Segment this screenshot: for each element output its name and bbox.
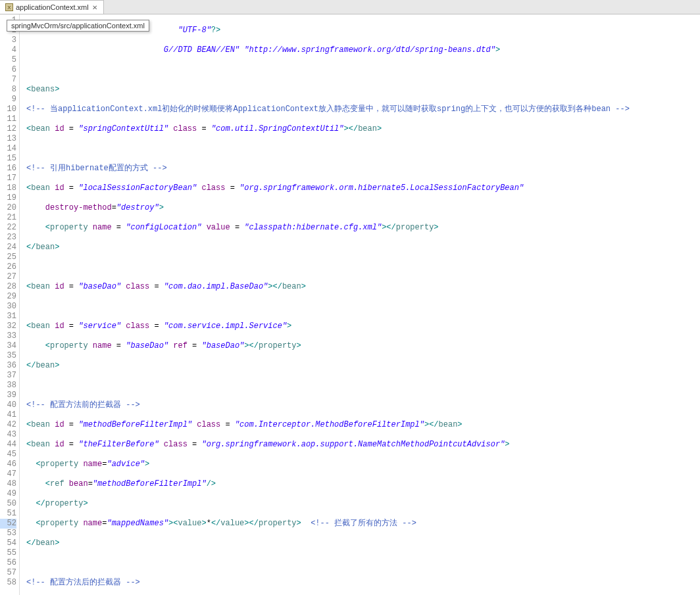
editor-tab-applicationcontext[interactable]: X applicationContext.xml ✕ [0,0,104,14]
code-editor[interactable]: 1 2 3 4 5 6 7 8 9 10 11 12 13 14 15 16 1… [0,14,700,595]
tab-label: applicationContext.xml [16,3,89,11]
code-area[interactable]: "UTF-8"?> G//DTD BEAN//EN" "http://www.s… [20,14,700,595]
xml-file-icon: X [5,3,13,11]
close-icon[interactable]: ✕ [91,4,98,11]
line-gutter: 1 2 3 4 5 6 7 8 9 10 11 12 13 14 15 16 1… [0,14,20,595]
path-tooltip: springMvcOrm/src/applicationContext.xml [7,20,149,32]
tab-bar: X applicationContext.xml ✕ [0,0,700,14]
